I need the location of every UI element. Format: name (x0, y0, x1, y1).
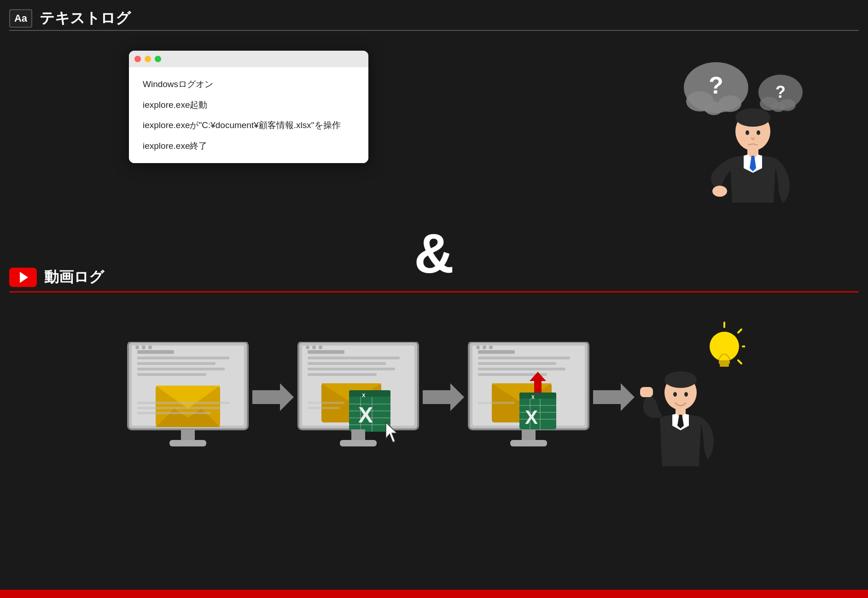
svg-rect-32 (137, 407, 220, 409)
window-maximize-dot (155, 56, 161, 62)
svg-rect-37 (308, 350, 344, 354)
svg-rect-18 (137, 350, 174, 354)
svg-line-95 (738, 360, 741, 363)
svg-rect-60 (308, 402, 344, 404)
svg-rect-40 (308, 368, 395, 370)
svg-point-97 (664, 371, 697, 388)
arrow-3 (593, 379, 635, 416)
svg-rect-21 (137, 368, 225, 370)
svg-point-11 (735, 108, 770, 127)
log-line-4: iexplore.exe終了 (143, 140, 355, 152)
svg-rect-41 (308, 373, 377, 376)
svg-rect-19 (137, 357, 229, 359)
window-minimize-dot (145, 56, 151, 62)
svg-text:X: X (525, 406, 538, 428)
svg-rect-20 (137, 362, 216, 365)
svg-text:?: ? (775, 82, 786, 101)
svg-marker-62 (423, 383, 464, 411)
svg-rect-38 (308, 357, 400, 359)
svg-marker-34 (252, 383, 294, 411)
monitor-2: X X (294, 342, 423, 452)
svg-point-24 (142, 346, 146, 349)
svg-point-25 (148, 346, 152, 349)
svg-line-93 (738, 329, 741, 333)
monitor-2-svg: X X (294, 342, 423, 452)
svg-rect-59 (340, 440, 377, 446)
svg-rect-65 (478, 350, 515, 354)
window-body: Windowsログオン iexplore.exe起動 iexplore.exeが… (129, 67, 368, 163)
log-window: Windowsログオン iexplore.exe起動 iexplore.exeが… (129, 51, 368, 163)
svg-point-89 (710, 332, 739, 361)
monitor-1-svg (123, 342, 252, 452)
svg-point-8 (771, 102, 785, 112)
log-line-3: iexplore.exeが"C:¥document¥顧客情報.xlsx"を操作 (143, 119, 355, 132)
video-log-header: 動画ログ (9, 267, 104, 287)
youtube-icon (9, 268, 37, 287)
ampersand-symbol: & (414, 226, 454, 281)
svg-rect-90 (719, 360, 730, 364)
arrow-1 (252, 379, 294, 416)
svg-rect-48 (349, 390, 390, 397)
svg-rect-61 (308, 407, 340, 409)
svg-rect-58 (351, 429, 365, 441)
svg-rect-86 (510, 440, 547, 446)
svg-rect-29 (181, 429, 195, 441)
svg-point-14 (746, 130, 749, 135)
svg-point-70 (476, 346, 480, 349)
log-line-1: Windowsログオン (143, 78, 355, 91)
svg-rect-99 (640, 387, 653, 397)
aa-badge: Aa (9, 9, 32, 28)
svg-rect-67 (478, 362, 556, 365)
bottom-red-bar (0, 590, 868, 598)
confused-person: ? ? (665, 46, 813, 221)
svg-point-15 (757, 130, 760, 135)
svg-rect-33 (137, 412, 211, 414)
monitor-1 (123, 342, 252, 452)
svg-rect-39 (308, 362, 386, 365)
log-line-2: iexplore.exe起動 (143, 99, 355, 111)
svg-rect-66 (478, 357, 570, 359)
monitors-row: X X (0, 319, 868, 475)
svg-rect-30 (169, 440, 206, 446)
monitor-3-svg: X X (464, 342, 593, 452)
svg-rect-85 (522, 429, 536, 441)
svg-text:X: X (358, 403, 373, 427)
red-divider (9, 291, 859, 293)
window-titlebar (129, 51, 368, 67)
text-log-title: テキストログ (40, 8, 131, 29)
bottom-section: 動画ログ (0, 259, 868, 598)
svg-point-101 (684, 392, 688, 397)
video-log-title: 動画ログ (44, 267, 104, 287)
monitor-3: X X (464, 342, 593, 452)
svg-marker-88 (593, 383, 635, 411)
svg-point-44 (319, 346, 322, 349)
text-log-header: Aa テキストログ (9, 8, 131, 29)
arrow-2 (423, 379, 464, 416)
svg-point-43 (312, 346, 316, 349)
svg-text:?: ? (709, 72, 723, 99)
svg-point-23 (135, 346, 139, 349)
svg-rect-87 (478, 402, 515, 404)
svg-point-72 (489, 346, 493, 349)
svg-text:X: X (531, 395, 535, 400)
top-divider (9, 30, 859, 31)
svg-rect-91 (720, 364, 729, 367)
svg-point-100 (673, 392, 677, 397)
svg-point-3 (705, 101, 723, 115)
svg-text:X: X (362, 393, 366, 398)
svg-rect-76 (519, 393, 556, 399)
svg-point-42 (306, 346, 309, 349)
success-person (635, 319, 745, 475)
play-triangle (20, 272, 28, 283)
svg-point-71 (483, 346, 486, 349)
svg-rect-22 (137, 373, 206, 376)
svg-rect-31 (137, 402, 229, 404)
svg-point-13 (712, 186, 727, 197)
svg-rect-68 (478, 368, 565, 370)
window-close-dot (134, 56, 141, 62)
